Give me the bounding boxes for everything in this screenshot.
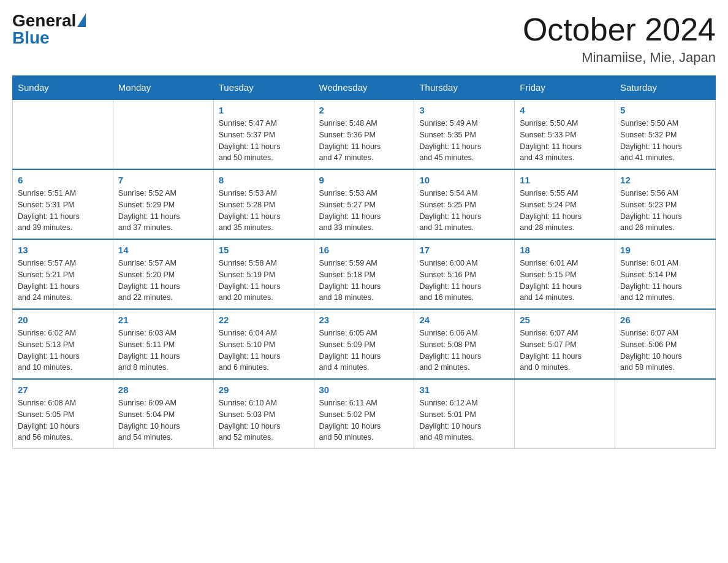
calendar-cell: 31Sunrise: 6:12 AM Sunset: 5:01 PM Dayli… [414, 379, 515, 449]
month-title: October 2024 [523, 12, 716, 47]
day-info: Sunrise: 6:04 AM Sunset: 5:10 PM Dayligh… [219, 327, 309, 373]
day-info: Sunrise: 6:10 AM Sunset: 5:03 PM Dayligh… [219, 397, 309, 443]
day-info: Sunrise: 6:01 AM Sunset: 5:15 PM Dayligh… [520, 258, 610, 304]
day-number: 8 [219, 174, 309, 186]
day-number: 25 [520, 313, 610, 326]
week-row-3: 13Sunrise: 5:57 AM Sunset: 5:21 PM Dayli… [13, 239, 716, 309]
day-number: 26 [620, 313, 710, 326]
calendar-cell: 26Sunrise: 6:07 AM Sunset: 5:06 PM Dayli… [615, 309, 716, 379]
logo-general-text: General [12, 12, 76, 29]
day-number: 31 [419, 383, 509, 396]
calendar-cell: 30Sunrise: 6:11 AM Sunset: 5:02 PM Dayli… [314, 379, 414, 449]
calendar-cell: 5Sunrise: 5:50 AM Sunset: 5:32 PM Daylig… [615, 99, 716, 169]
day-number: 30 [319, 383, 409, 396]
calendar-cell [113, 99, 213, 169]
header-wednesday: Wednesday [314, 76, 414, 100]
day-number: 10 [419, 174, 509, 186]
day-number: 19 [620, 243, 710, 256]
day-info: Sunrise: 6:07 AM Sunset: 5:06 PM Dayligh… [620, 327, 710, 373]
day-info: Sunrise: 5:55 AM Sunset: 5:24 PM Dayligh… [520, 188, 610, 234]
day-info: Sunrise: 6:03 AM Sunset: 5:11 PM Dayligh… [118, 327, 208, 373]
calendar-cell: 13Sunrise: 5:57 AM Sunset: 5:21 PM Dayli… [13, 239, 113, 309]
day-info: Sunrise: 6:07 AM Sunset: 5:07 PM Dayligh… [520, 327, 610, 373]
calendar-cell: 21Sunrise: 6:03 AM Sunset: 5:11 PM Dayli… [113, 309, 213, 379]
week-row-2: 6Sunrise: 5:51 AM Sunset: 5:31 PM Daylig… [13, 169, 716, 239]
day-info: Sunrise: 5:53 AM Sunset: 5:27 PM Dayligh… [319, 188, 409, 234]
calendar-cell: 28Sunrise: 6:09 AM Sunset: 5:04 PM Dayli… [113, 379, 213, 449]
day-info: Sunrise: 5:49 AM Sunset: 5:35 PM Dayligh… [419, 118, 509, 164]
logo: General Blue [12, 12, 86, 47]
day-number: 16 [319, 243, 409, 256]
day-number: 7 [118, 174, 208, 186]
day-info: Sunrise: 5:59 AM Sunset: 5:18 PM Dayligh… [319, 258, 409, 304]
day-info: Sunrise: 6:11 AM Sunset: 5:02 PM Dayligh… [319, 397, 409, 443]
day-number: 27 [18, 383, 108, 396]
calendar-cell: 6Sunrise: 5:51 AM Sunset: 5:31 PM Daylig… [13, 169, 113, 239]
calendar-cell: 7Sunrise: 5:52 AM Sunset: 5:29 PM Daylig… [113, 169, 213, 239]
calendar-cell: 14Sunrise: 5:57 AM Sunset: 5:20 PM Dayli… [113, 239, 213, 309]
header-thursday: Thursday [414, 76, 515, 100]
header-monday: Monday [113, 76, 213, 100]
day-info: Sunrise: 5:57 AM Sunset: 5:21 PM Dayligh… [18, 258, 108, 304]
day-info: Sunrise: 5:58 AM Sunset: 5:19 PM Dayligh… [219, 258, 309, 304]
title-section: October 2024 Minamiise, Mie, Japan [523, 12, 716, 66]
day-info: Sunrise: 6:02 AM Sunset: 5:13 PM Dayligh… [18, 327, 108, 373]
day-number: 29 [219, 383, 309, 396]
calendar-cell: 23Sunrise: 6:05 AM Sunset: 5:09 PM Dayli… [314, 309, 414, 379]
day-info: Sunrise: 6:09 AM Sunset: 5:04 PM Dayligh… [118, 397, 208, 443]
day-number: 20 [18, 313, 108, 326]
day-info: Sunrise: 5:50 AM Sunset: 5:33 PM Dayligh… [520, 118, 610, 164]
day-number: 1 [219, 104, 309, 117]
calendar-cell: 10Sunrise: 5:54 AM Sunset: 5:25 PM Dayli… [414, 169, 515, 239]
day-info: Sunrise: 5:51 AM Sunset: 5:31 PM Dayligh… [18, 188, 108, 234]
day-number: 5 [620, 104, 710, 117]
day-number: 22 [219, 313, 309, 326]
calendar-cell: 8Sunrise: 5:53 AM Sunset: 5:28 PM Daylig… [213, 169, 314, 239]
day-info: Sunrise: 6:00 AM Sunset: 5:16 PM Dayligh… [419, 258, 509, 304]
day-info: Sunrise: 6:12 AM Sunset: 5:01 PM Dayligh… [419, 397, 509, 443]
day-number: 18 [520, 243, 610, 256]
calendar-cell: 25Sunrise: 6:07 AM Sunset: 5:07 PM Dayli… [515, 309, 615, 379]
calendar-header-row: SundayMondayTuesdayWednesdayThursdayFrid… [13, 76, 716, 100]
day-info: Sunrise: 5:52 AM Sunset: 5:29 PM Dayligh… [118, 188, 208, 234]
day-number: 14 [118, 243, 208, 256]
day-number: 6 [18, 174, 108, 186]
logo-blue-text: Blue [12, 29, 50, 47]
day-info: Sunrise: 5:47 AM Sunset: 5:37 PM Dayligh… [219, 118, 309, 164]
calendar-cell: 29Sunrise: 6:10 AM Sunset: 5:03 PM Dayli… [213, 379, 314, 449]
week-row-1: 1Sunrise: 5:47 AM Sunset: 5:37 PM Daylig… [13, 99, 716, 169]
day-number: 9 [319, 174, 409, 186]
calendar-cell: 12Sunrise: 5:56 AM Sunset: 5:23 PM Dayli… [615, 169, 716, 239]
calendar-cell: 4Sunrise: 5:50 AM Sunset: 5:33 PM Daylig… [515, 99, 615, 169]
day-number: 12 [620, 174, 710, 186]
calendar-cell: 15Sunrise: 5:58 AM Sunset: 5:19 PM Dayli… [213, 239, 314, 309]
day-number: 3 [419, 104, 509, 117]
calendar-cell: 27Sunrise: 6:08 AM Sunset: 5:05 PM Dayli… [13, 379, 113, 449]
calendar-cell: 20Sunrise: 6:02 AM Sunset: 5:13 PM Dayli… [13, 309, 113, 379]
page-header: General Blue October 2024 Minamiise, Mie… [12, 12, 716, 66]
week-row-5: 27Sunrise: 6:08 AM Sunset: 5:05 PM Dayli… [13, 379, 716, 449]
calendar-cell: 1Sunrise: 5:47 AM Sunset: 5:37 PM Daylig… [213, 99, 314, 169]
day-info: Sunrise: 5:50 AM Sunset: 5:32 PM Dayligh… [620, 118, 710, 164]
location-title: Minamiise, Mie, Japan [523, 50, 716, 66]
calendar-cell [615, 379, 716, 449]
calendar-cell: 24Sunrise: 6:06 AM Sunset: 5:08 PM Dayli… [414, 309, 515, 379]
header-saturday: Saturday [615, 76, 716, 100]
calendar-cell: 19Sunrise: 6:01 AM Sunset: 5:14 PM Dayli… [615, 239, 716, 309]
day-info: Sunrise: 5:57 AM Sunset: 5:20 PM Dayligh… [118, 258, 208, 304]
day-number: 17 [419, 243, 509, 256]
day-info: Sunrise: 5:56 AM Sunset: 5:23 PM Dayligh… [620, 188, 710, 234]
week-row-4: 20Sunrise: 6:02 AM Sunset: 5:13 PM Dayli… [13, 309, 716, 379]
day-number: 2 [319, 104, 409, 117]
day-number: 15 [219, 243, 309, 256]
header-tuesday: Tuesday [213, 76, 314, 100]
calendar-cell: 17Sunrise: 6:00 AM Sunset: 5:16 PM Dayli… [414, 239, 515, 309]
day-number: 11 [520, 174, 610, 186]
header-sunday: Sunday [13, 76, 113, 100]
calendar-cell [13, 99, 113, 169]
day-number: 23 [319, 313, 409, 326]
day-info: Sunrise: 6:01 AM Sunset: 5:14 PM Dayligh… [620, 258, 710, 304]
calendar-cell [515, 379, 615, 449]
day-number: 28 [118, 383, 208, 396]
day-info: Sunrise: 5:54 AM Sunset: 5:25 PM Dayligh… [419, 188, 509, 234]
